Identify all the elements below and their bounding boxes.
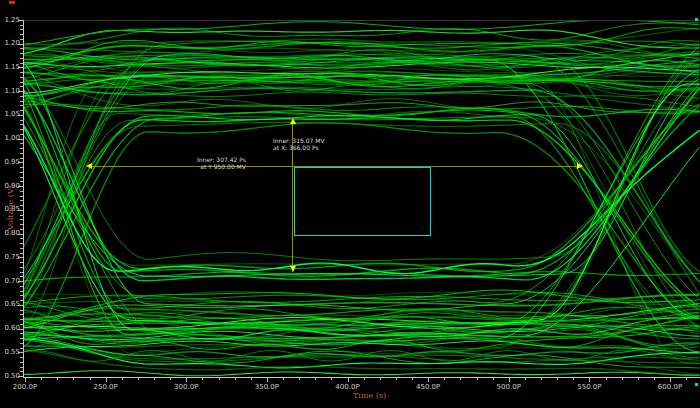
waveform-viewer: 1.251.201.151.101.051.000.950.900.850.80…	[0, 0, 700, 408]
x-minor-tick	[686, 378, 687, 380]
eye-mask-rect[interactable]	[294, 167, 431, 236]
y-minor-tick	[20, 53, 23, 54]
y-minor-tick	[20, 319, 23, 320]
x-minor-tick	[412, 378, 413, 380]
x-minor-tick	[202, 378, 203, 380]
y-tick-label: 1.05	[0, 111, 20, 118]
y-minor-tick	[20, 101, 23, 102]
x-minor-tick	[251, 378, 252, 380]
y-minor-tick	[20, 324, 23, 325]
x-minor-tick	[315, 378, 316, 380]
x-tick-label: 350.0P	[250, 384, 284, 391]
y-minor-tick	[20, 58, 23, 59]
x-tick-label: 600.0P	[653, 384, 687, 391]
y-minor-tick	[20, 338, 23, 339]
y-minor-tick	[20, 181, 23, 182]
x-minor-tick	[57, 378, 58, 380]
y-minor-tick	[20, 177, 23, 178]
x-tick-label: 550.0P	[572, 384, 606, 391]
eye-trace	[22, 350, 699, 361]
y-minor-tick	[20, 63, 23, 64]
y-minor-tick	[20, 39, 23, 40]
x-tick-label: 200.0P	[8, 384, 42, 391]
y-minor-tick	[20, 120, 23, 121]
x-major-tick	[267, 378, 268, 382]
y-minor-tick	[20, 267, 23, 268]
x-minor-tick	[557, 378, 558, 380]
y-minor-tick	[20, 77, 23, 78]
y-axis-label: Voltage (V)	[7, 185, 15, 230]
y-tick-label: 0.60	[0, 325, 20, 332]
x-axis	[23, 377, 700, 378]
x-minor-tick	[573, 378, 574, 380]
x-tick-label: 300.0P	[169, 384, 203, 391]
y-minor-tick	[20, 143, 23, 144]
x-major-tick	[589, 378, 590, 382]
y-tick-label: 0.70	[0, 278, 20, 285]
y-minor-tick	[20, 248, 23, 249]
y-minor-tick	[20, 167, 23, 168]
x-tick-label: 500.0P	[492, 384, 526, 391]
y-minor-tick	[20, 158, 23, 159]
y-axis	[23, 20, 24, 378]
y-minor-tick	[20, 153, 23, 154]
y-tick-label: 0.75	[0, 254, 20, 261]
x-tick-label: 400.0P	[331, 384, 365, 391]
plot-area[interactable]: 1.251.201.151.101.051.000.950.900.850.80…	[0, 0, 700, 408]
arrow-left-icon	[86, 163, 92, 169]
arrow-down-icon	[290, 266, 296, 272]
y-minor-tick	[20, 124, 23, 125]
y-minor-tick	[20, 371, 23, 372]
y-tick-label: 1.10	[0, 88, 20, 95]
y-minor-tick	[20, 224, 23, 225]
y-minor-tick	[20, 219, 23, 220]
y-tick-label: 0.65	[0, 301, 20, 308]
x-minor-tick	[396, 378, 397, 380]
y-tick-label: 1.25	[0, 17, 20, 24]
y-minor-tick	[20, 243, 23, 244]
x-minor-tick	[90, 378, 91, 380]
x-major-tick	[25, 378, 26, 382]
y-minor-tick	[20, 276, 23, 277]
x-minor-tick	[235, 378, 236, 380]
eye-height-measure-label: Inner: 315.07 MV at X: 366.00 Ps	[273, 137, 325, 151]
eye-trace	[22, 371, 699, 376]
x-tick-label: 250.0P	[89, 384, 123, 391]
x-major-tick	[670, 378, 671, 382]
y-tick-label: 0.95	[0, 159, 20, 166]
y-minor-tick	[20, 253, 23, 254]
y-minor-tick	[20, 310, 23, 311]
y-minor-tick	[20, 96, 23, 97]
y-minor-tick	[20, 48, 23, 49]
x-minor-tick	[606, 378, 607, 380]
plot-top-border	[23, 20, 700, 21]
y-minor-tick	[20, 314, 23, 315]
corner-mark-top-right	[695, 18, 698, 21]
y-minor-tick	[20, 262, 23, 263]
x-minor-tick	[380, 378, 381, 380]
y-minor-tick	[20, 129, 23, 130]
y-minor-tick	[20, 191, 23, 192]
x-major-tick	[428, 378, 429, 382]
x-minor-tick	[541, 378, 542, 380]
y-minor-tick	[20, 238, 23, 239]
x-major-tick	[509, 378, 510, 382]
y-minor-tick	[20, 286, 23, 287]
x-minor-tick	[525, 378, 526, 380]
x-minor-tick	[622, 378, 623, 380]
y-minor-tick	[20, 205, 23, 206]
y-minor-tick	[20, 367, 23, 368]
y-minor-tick	[20, 110, 23, 111]
y-tick-label: 0.80	[0, 230, 20, 237]
x-minor-tick	[170, 378, 171, 380]
y-minor-tick	[20, 105, 23, 106]
x-minor-tick	[654, 378, 655, 380]
y-minor-tick	[20, 215, 23, 216]
x-axis-label: Time (s)	[353, 392, 386, 400]
x-minor-tick	[154, 378, 155, 380]
y-minor-tick	[20, 72, 23, 73]
y-minor-tick	[20, 25, 23, 26]
y-minor-tick	[20, 357, 23, 358]
eye-width-measure-label: Inner: 307.42 Ps at Y 950.00 MV	[197, 156, 246, 170]
y-minor-tick	[20, 272, 23, 273]
